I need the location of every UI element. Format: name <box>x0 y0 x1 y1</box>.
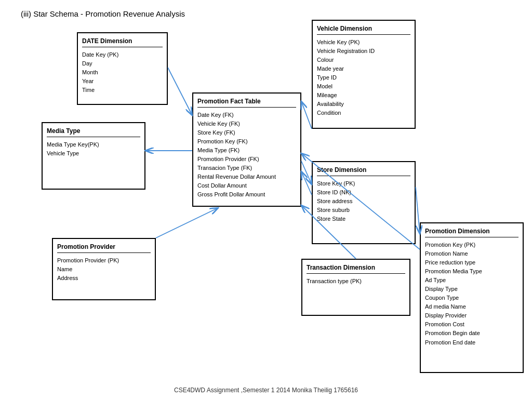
promotion-provider-fields: Promotion Provider (PK) Name Address <box>57 256 151 283</box>
vehicle-dimension-box: Vehicle Dimension Vehicle Key (PK) Vehic… <box>312 20 416 129</box>
promotion-provider-title: Promotion Provider <box>57 243 151 250</box>
transaction-dimension-title: Transaction Dimension <box>307 264 405 271</box>
footer: CSE4DWD Assignment ,Semester 1 2014 Moni… <box>0 387 532 394</box>
promotion-dimension-title: Promotion Dimension <box>425 228 518 235</box>
media-type-box: Media Type Media Type Key(PK) Vehicle Ty… <box>42 122 145 190</box>
media-type-title: Media Type <box>47 127 140 135</box>
promotion-provider-box: Promotion Provider Promotion Provider (P… <box>52 238 156 300</box>
svg-line-4 <box>301 161 312 184</box>
promotion-fact-fields: Date Key (FK) Vehicle Key (FK) Store Key… <box>197 111 296 199</box>
date-dimension-box: DATE Dimension Date Key (PK) Day Month Y… <box>77 32 168 105</box>
store-dimension-title: Store Dimension <box>317 166 410 174</box>
promotion-fact-box: Promotion Fact Table Date Key (FK) Vehic… <box>192 92 301 207</box>
svg-line-5 <box>156 208 218 238</box>
vehicle-dimension-fields: Vehicle Key (PK) Vehicle Registration ID… <box>317 38 410 117</box>
svg-line-1 <box>301 101 312 129</box>
svg-line-3 <box>301 171 312 195</box>
media-type-fields: Media Type Key(PK) Vehicle Type <box>47 140 140 158</box>
promotion-dimension-fields: Promotion Key (PK) Promotion Name Price … <box>425 241 518 347</box>
date-dimension-title: DATE Dimension <box>82 37 163 45</box>
svg-line-8 <box>416 187 420 234</box>
date-dimension-fields: Date Key (PK) Day Month Year Time <box>82 50 163 95</box>
promotion-fact-title: Promotion Fact Table <box>197 98 296 105</box>
store-dimension-box: Store Dimension Store Key (PK) Store ID … <box>312 161 416 244</box>
transaction-dimension-fields: Transaction type (PK) <box>307 277 405 286</box>
promotion-dimension-box: Promotion Dimension Promotion Key (PK) P… <box>420 222 524 373</box>
svg-line-0 <box>168 68 192 115</box>
store-dimension-fields: Store Key (PK) Store ID (NK) Store addre… <box>317 179 410 223</box>
transaction-dimension-box: Transaction Dimension Transaction type (… <box>301 259 410 316</box>
page-title: (iii) Star Schema - Promotion Revenue An… <box>21 9 185 18</box>
vehicle-dimension-title: Vehicle Dimension <box>317 25 410 32</box>
